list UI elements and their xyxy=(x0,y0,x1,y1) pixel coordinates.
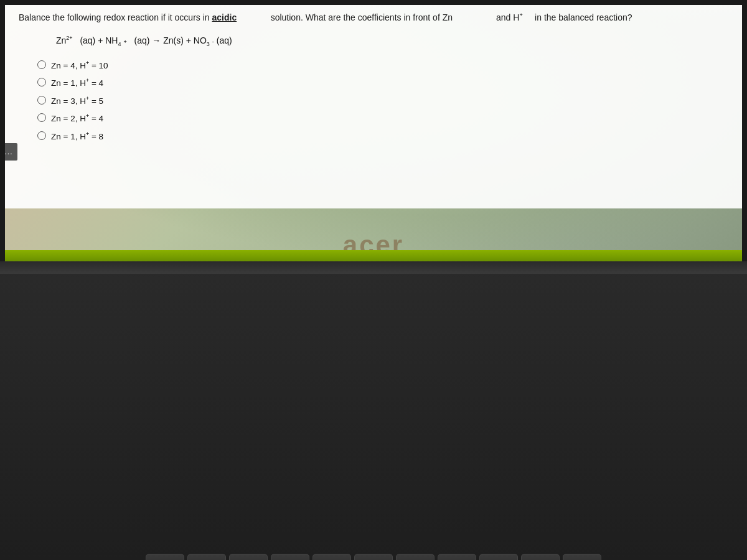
key-vol-up[interactable]: 🔊 xyxy=(521,554,560,560)
keyboard-area: ↻ ⊡ ⊟⊟ ◎ ☀ 🔇 🔉 🔊 🔒 ~ ` ! 1 @ 2 xyxy=(25,554,722,560)
camera xyxy=(372,1,375,5)
question-mid: solution. What are the coefficients in f… xyxy=(237,12,496,22)
key-brightness-up[interactable]: ☀ xyxy=(396,554,435,560)
screen-bottom-strip xyxy=(0,250,747,261)
h4-superscript: + xyxy=(123,39,126,45)
equation-row: Zn2+ (aq) + NH4 + (aq) → Zn(s) + NO3 - (… xyxy=(56,35,728,47)
radio-2[interactable] xyxy=(37,78,46,86)
equation-part2: (aq) + NH4 xyxy=(75,35,121,47)
question-prefix: Balance the following redox reaction if … xyxy=(19,12,212,22)
laptop-body: ↻ ⊡ ⊟⊟ ◎ ☀ 🔇 🔉 🔊 🔒 ~ ` ! 1 @ 2 xyxy=(0,274,747,560)
key-fullscreen[interactable]: ⊡ xyxy=(271,554,309,560)
key-brightness-down[interactable]: ◎ xyxy=(354,554,393,560)
question-end: in the balanced reaction? xyxy=(523,12,632,22)
and-text: and H+ xyxy=(496,12,523,22)
key-refresh[interactable]: ↻ xyxy=(229,554,268,560)
key-windows[interactable]: ⊟⊟ xyxy=(312,554,351,560)
acidic-word: acidic xyxy=(212,12,237,22)
content-area: Balance the following redox reaction if … xyxy=(0,0,747,208)
key-vol-down[interactable]: 🔉 xyxy=(479,554,518,560)
radio-1[interactable] xyxy=(37,60,46,69)
laptop-screen: Balance the following redox reaction if … xyxy=(0,0,747,261)
equation-part4: (aq) xyxy=(217,35,232,45)
question-text: Balance the following redox reaction if … xyxy=(19,11,728,24)
no3-charge: - xyxy=(212,39,214,45)
radio-5[interactable] xyxy=(37,131,46,140)
sticky-note-icon[interactable] xyxy=(0,143,17,161)
option-2-label: Zn = 1, H+ = 4 xyxy=(51,77,103,88)
key-back[interactable] xyxy=(146,554,184,560)
option-1[interactable]: Zn = 4, H+ = 10 xyxy=(37,60,728,70)
key-forward[interactable] xyxy=(187,554,226,560)
laptop-hinge xyxy=(0,261,747,274)
radio-4[interactable] xyxy=(37,113,46,122)
radio-3[interactable] xyxy=(37,96,46,105)
key-lock[interactable]: 🔒 xyxy=(563,554,601,560)
key-mute[interactable]: 🔇 xyxy=(438,554,476,560)
option-5[interactable]: Zn = 1, H+ = 8 xyxy=(37,131,728,141)
zn-symbol: Zn2+ xyxy=(56,35,73,45)
option-3-label: Zn = 3, H+ = 5 xyxy=(51,95,103,106)
option-1-label: Zn = 4, H+ = 10 xyxy=(51,60,108,70)
fn-row: ↻ ⊡ ⊟⊟ ◎ ☀ 🔇 🔉 🔊 🔒 xyxy=(25,554,722,560)
option-5-label: Zn = 1, H+ = 8 xyxy=(51,131,103,141)
option-2[interactable]: Zn = 1, H+ = 4 xyxy=(37,77,728,88)
equation-part3: (aq) → Zn(s) + NO3 xyxy=(129,35,210,47)
option-4-label: Zn = 2, H+ = 4 xyxy=(51,113,103,123)
options-list: Zn = 4, H+ = 10 Zn = 1, H+ = 4 Zn = 3, H… xyxy=(37,60,728,141)
option-3[interactable]: Zn = 3, H+ = 5 xyxy=(37,95,728,106)
option-4[interactable]: Zn = 2, H+ = 4 xyxy=(37,113,728,123)
